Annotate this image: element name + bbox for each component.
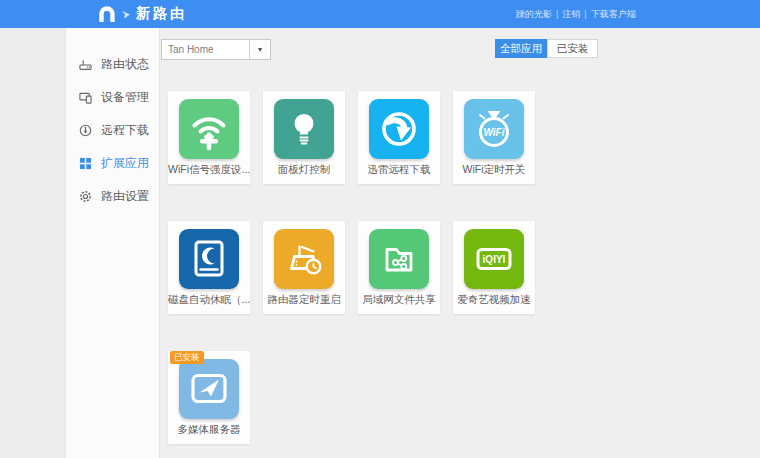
iqiyi-icon: iQIYI xyxy=(470,235,518,283)
network-select-value: Tan Home xyxy=(162,44,249,55)
app-name: 局域网文件共享 xyxy=(358,293,440,307)
app-card-router-restart[interactable]: 路由器定时重启 xyxy=(263,221,345,314)
sidebar: 路由状态 设备管理 远程下载 扩展应用 xyxy=(65,28,160,458)
app-name: 路由器定时重启 xyxy=(263,293,345,307)
sidebar-item-label: 扩展应用 xyxy=(101,155,149,172)
sidebar-item-label: 远程下载 xyxy=(101,122,149,139)
app-name: 迅雷远程下载 xyxy=(358,163,440,177)
svg-text:iQIYI: iQIYI xyxy=(483,254,506,265)
disk-sleep-icon xyxy=(185,235,233,283)
app-card-panel-light[interactable]: 面板灯控制 xyxy=(263,91,345,184)
download-client-link[interactable]: 下载客户端 xyxy=(591,8,636,21)
logo-n-icon xyxy=(98,6,116,22)
sidebar-item-router-settings[interactable]: 路由设置 xyxy=(66,180,159,213)
sidebar-item-device-manage[interactable]: 设备管理 xyxy=(66,81,159,114)
app-tile xyxy=(369,99,429,159)
app-card-media-server[interactable]: 已安装 多媒体服务器 xyxy=(168,351,250,444)
app-tile xyxy=(179,229,239,289)
app-tile xyxy=(179,99,239,159)
sidebar-item-extended-apps[interactable]: 扩展应用 xyxy=(66,147,159,180)
username-link[interactable]: 躁的光影 xyxy=(516,8,552,21)
app-window: 新路由 躁的光影 | 注销 | 下载客户端 路由状态 设备管理 xyxy=(0,0,760,458)
network-select[interactable]: Tan Home ▾ xyxy=(161,39,271,60)
app-card-disk-sleep[interactable]: 磁盘自动休眠（... xyxy=(168,221,250,314)
top-bar: 新路由 躁的光影 | 注销 | 下载客户端 xyxy=(0,0,760,28)
app-card-wifi-signal[interactable]: WiFi信号强度设... xyxy=(168,91,250,184)
device-manage-icon xyxy=(79,91,92,104)
wifi-plus-icon xyxy=(185,105,233,153)
router-status-icon xyxy=(79,58,92,71)
app-tile xyxy=(369,229,429,289)
xunlei-arrow-icon xyxy=(375,105,423,153)
sidebar-item-label: 设备管理 xyxy=(101,89,149,106)
app-tile xyxy=(179,359,239,419)
app-tile: WiFi xyxy=(464,99,524,159)
settings-gear-icon xyxy=(79,190,92,203)
app-name: 多媒体服务器 xyxy=(168,423,250,437)
sidebar-item-label: 路由状态 xyxy=(101,56,149,73)
content-area: Tan Home ▾ 全部应用 已安装 W xyxy=(160,28,760,458)
apps-grid-icon xyxy=(79,157,92,170)
link-separator: | xyxy=(584,9,586,19)
app-name: 爱奇艺视频加速 xyxy=(453,293,535,307)
app-card-lan-share[interactable]: 局域网文件共享 xyxy=(358,221,440,314)
logo-arrow-icon xyxy=(121,9,131,20)
link-separator: | xyxy=(556,9,558,19)
logout-link[interactable]: 注销 xyxy=(562,8,580,21)
user-links: 躁的光影 | 注销 | 下载客户端 xyxy=(516,0,636,28)
remote-download-icon xyxy=(79,124,92,137)
app-name: WiFi信号强度设... xyxy=(168,163,250,177)
app-tile xyxy=(274,99,334,159)
app-tile xyxy=(274,229,334,289)
paper-plane-icon xyxy=(185,365,233,413)
app-card-wifi-timer[interactable]: WiFi WiFi定时开关 xyxy=(453,91,535,184)
sidebar-item-label: 路由设置 xyxy=(101,188,149,205)
app-grid: WiFi信号强度设... 面板灯控制 xyxy=(168,91,535,444)
app-name: WiFi定时开关 xyxy=(453,163,535,177)
installed-badge: 已安装 xyxy=(170,351,204,364)
app-tile: iQIYI xyxy=(464,229,524,289)
app-card-xunlei-download[interactable]: 迅雷远程下载 xyxy=(358,91,440,184)
app-card-iqiyi[interactable]: iQIYI 爱奇艺视频加速 xyxy=(453,221,535,314)
app-name: 磁盘自动休眠（... xyxy=(168,293,250,307)
logo: 新路由 xyxy=(98,0,187,28)
brand-title: 新路由 xyxy=(136,5,187,23)
tab-all-apps[interactable]: 全部应用 xyxy=(495,39,547,58)
sidebar-item-remote-download[interactable]: 远程下载 xyxy=(66,114,159,147)
app-name: 面板灯控制 xyxy=(263,163,345,177)
sidebar-item-router-status[interactable]: 路由状态 xyxy=(66,48,159,81)
wifi-timer-icon: WiFi xyxy=(470,105,518,153)
tab-installed[interactable]: 已安装 xyxy=(547,39,598,58)
lightbulb-icon xyxy=(280,105,328,153)
router-restart-icon xyxy=(280,235,328,283)
folder-share-icon xyxy=(375,235,423,283)
chevron-down-icon[interactable]: ▾ xyxy=(249,40,270,59)
svg-text:WiFi: WiFi xyxy=(483,127,504,138)
